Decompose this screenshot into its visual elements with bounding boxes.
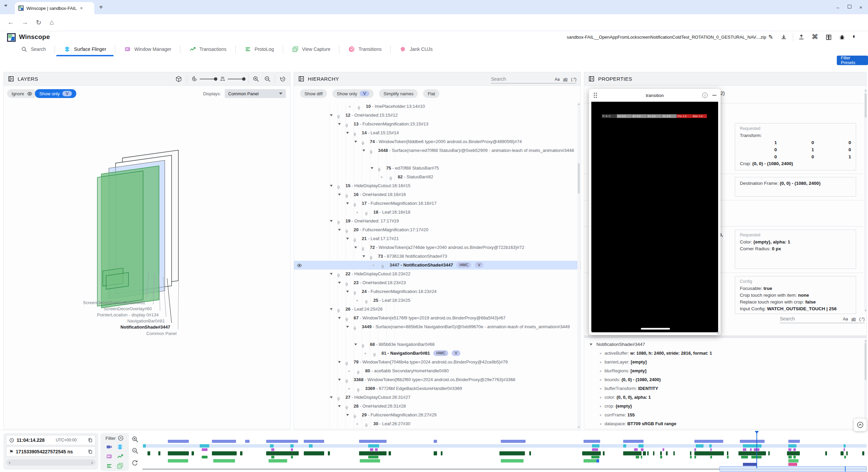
collapse-panels-button[interactable]	[854, 418, 867, 431]
filter-view-capture-icon[interactable]	[116, 462, 124, 470]
collapse-filter-icon[interactable]	[118, 435, 124, 441]
node-label[interactable]: 72 - WindowToken{a2746de type=2040 andro…	[370, 243, 574, 252]
trace-segment-window-manager[interactable]	[738, 451, 766, 455]
trace-segment-screen-recording[interactable]	[788, 440, 800, 443]
trace-segment-view-capture[interactable]	[213, 459, 235, 463]
timeline-reset-zoom-icon[interactable]	[132, 459, 138, 466]
hierarchy-node-3449[interactable]: 3449 - Surface(name=885b63e NavigationBa…	[294, 322, 580, 340]
hierarchy-node-22[interactable]: 22 - HideDisplayCutout:18:23#22	[294, 270, 580, 278]
3d-cube-icon[interactable]	[175, 76, 182, 82]
pin-icon[interactable]	[353, 325, 357, 334]
trace-segment-view-capture[interactable]	[788, 459, 798, 463]
trace-segment-window-manager[interactable]	[328, 451, 330, 455]
trace-segment-window-manager[interactable]	[192, 451, 194, 455]
filter-window-manager-icon[interactable]	[105, 453, 113, 460]
node-label[interactable]: 22 - HideDisplayCutout:18:23#22	[346, 270, 574, 278]
tab-window-manager[interactable]: Window Manager	[115, 43, 180, 56]
tab-transitions[interactable]: Transitions	[339, 43, 390, 56]
trace-segment-window-manager[interactable]	[168, 451, 189, 455]
property-barrierLayer[interactable]: barrierLayer: [empty]	[584, 358, 866, 367]
browser-tab[interactable]: Winscope | sandbox-FAIL ×	[15, 2, 94, 14]
hierarchy-node-28[interactable]: 28 - OneHanded:26:31#28	[294, 402, 580, 411]
flat-chip[interactable]: Flat	[423, 89, 439, 98]
tab-surface-flinger[interactable]: Surface Flinger	[55, 43, 115, 56]
timeline-zoom-out-icon[interactable]	[132, 447, 139, 454]
filter-protolog-icon[interactable]	[105, 462, 113, 470]
trace-segment-window-manager[interactable]	[441, 451, 442, 455]
trace-segment-screen-recording[interactable]	[740, 440, 765, 443]
trace-segment-window-manager[interactable]	[768, 451, 770, 455]
node-label[interactable]: 29 - FullscreenMagnification:26:27#29	[362, 411, 574, 419]
trace-segment-protolog[interactable]	[727, 456, 729, 458]
hierarchy-node-73[interactable]: 73 - 8736138 NotificationShade#73	[294, 252, 580, 261]
layer-label-selected[interactable]: NotificationShade#3447	[120, 324, 170, 330]
trace-segment-screen-recording[interactable]	[434, 440, 437, 443]
expand-toggle-icon[interactable]	[330, 114, 333, 116]
trace-segment-surface-flinger[interactable]	[623, 444, 626, 448]
trace-segment-screen-recording[interactable]	[168, 440, 189, 443]
trace-segment-window-manager[interactable]	[623, 451, 641, 455]
expand-toggle-icon[interactable]	[338, 361, 341, 363]
copy-icon[interactable]	[88, 438, 93, 442]
hierarchy-node-24[interactable]: 24 - FullscreenMagnification:18:23#24	[294, 287, 580, 296]
hierarchy-node-79[interactable]: 79 - WindowToken{7046b4a type=2024 andro…	[294, 358, 580, 367]
trace-segment-screen-recording[interactable]	[694, 440, 723, 443]
trace-segment-window-manager[interactable]	[158, 451, 160, 455]
trace-segment-transactions[interactable]	[291, 448, 293, 451]
hierarchy-node-3448[interactable]: 3448 - Surface(name=ed70f88 StatusBar)/@…	[294, 146, 580, 164]
ignore-visibility-chip[interactable]: Ignore	[7, 89, 37, 98]
expand-toggle-icon[interactable]	[346, 414, 349, 416]
window-maximize-button[interactable]	[844, 5, 855, 9]
show-diff-chip[interactable]: Show diff	[300, 89, 327, 98]
hierarchy-node-81[interactable]: 81 - NavigationBar0#81HWCV	[294, 349, 580, 358]
hierarchy-node-3369[interactable]: 3369 - 67726bf EdgeBackGestureHandler0#3…	[294, 384, 580, 393]
expand-toggle-icon[interactable]	[338, 379, 341, 381]
filter-surface-flinger-icon[interactable]	[116, 443, 124, 451]
hierarchy-node-13[interactable]: 13 - FullscreenMagnification:15:15#13	[294, 120, 580, 129]
rotation-slider[interactable]	[200, 79, 216, 79]
trace-segment-view-capture[interactable]	[501, 459, 523, 463]
trace-segment-protolog[interactable]	[741, 456, 748, 458]
documentation-book-icon[interactable]	[825, 34, 832, 41]
trace-segment-screen-recording[interactable]	[304, 440, 324, 443]
node-label[interactable]: 14 - Leaf:15:15#14	[362, 129, 574, 137]
trace-segment-transitions-janks[interactable]	[788, 463, 797, 466]
expand-toggle-icon[interactable]	[330, 396, 333, 398]
expand-toggle-icon[interactable]	[346, 291, 349, 293]
node-label[interactable]: 75 - ed70f88 StatusBar#75	[386, 164, 574, 173]
trace-segment-window-manager[interactable]	[841, 451, 844, 455]
hierarchy-node-25[interactable]: 25 - Leaf:18:23#25	[294, 296, 580, 305]
download-icon[interactable]	[781, 34, 787, 40]
expand-toggle-icon[interactable]	[354, 141, 357, 143]
layer-label[interactable]: Common Panel	[146, 331, 177, 336]
trace-segment-protolog[interactable]	[710, 456, 712, 458]
node-label[interactable]: 15 - HideDisplayCutout:16:16#15	[346, 181, 574, 190]
hierarchy-node-30[interactable]: 30 - Leaf:26:27#30	[294, 419, 580, 428]
node-label[interactable]: 17 - FullscreenMagnification:16:16#17	[362, 199, 574, 208]
trace-segment-window-manager[interactable]	[304, 451, 324, 455]
trace-segment-window-manager[interactable]	[673, 451, 675, 455]
tab-view-capture[interactable]: View Capture	[283, 43, 339, 56]
property-activeBuffer[interactable]: activeBuffer: w: 1080, h: 2400, stride: …	[584, 349, 866, 358]
hierarchy-node-75[interactable]: 75 - ed70f88 StatusBar#75	[294, 164, 580, 173]
trace-segment-protolog[interactable]	[793, 456, 795, 458]
pin-icon[interactable]	[369, 149, 373, 157]
trace-segment-surface-flinger[interactable]	[638, 444, 644, 448]
trace-segment-window-manager[interactable]	[582, 451, 601, 455]
expand-toggle-icon[interactable]	[346, 238, 349, 240]
hierarchy-node-18[interactable]: 18 - Leaf:16:16#18	[294, 208, 580, 217]
trace-segment-surface-flinger[interactable]	[309, 444, 313, 448]
home-icon[interactable]: ⌂	[50, 18, 54, 26]
trace-segment-transactions[interactable]	[271, 448, 274, 451]
trace-segment-surface-flinger[interactable]	[788, 444, 796, 448]
node-label[interactable]: 24 - FullscreenMagnification:18:23#24	[362, 287, 574, 296]
trace-segment-screen-recording[interactable]	[501, 440, 526, 443]
node-label[interactable]: 3368 - WindowToken{f6b2f60 type=2024 and…	[354, 375, 574, 384]
trace-segment-screen-recording[interactable]	[266, 440, 298, 443]
filter-screen-recording-icon[interactable]	[105, 443, 113, 451]
tab-transactions[interactable]: Transactions	[180, 43, 235, 56]
property-currFrame[interactable]: currFrame: 155	[584, 411, 866, 419]
time-value[interactable]: 11:04:14.228	[17, 437, 45, 443]
spacing-slider[interactable]	[228, 79, 244, 79]
trace-segment-protolog[interactable]	[660, 456, 662, 458]
